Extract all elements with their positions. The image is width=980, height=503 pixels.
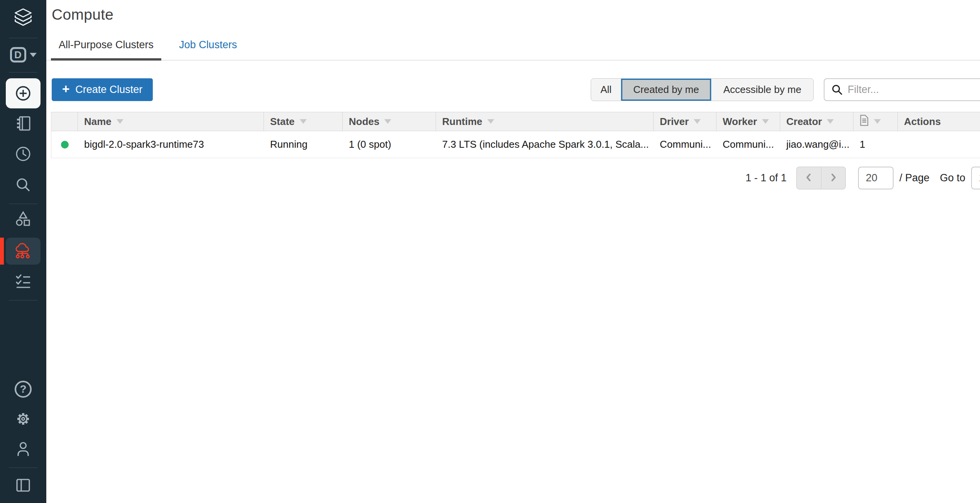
sidebar-item-data[interactable] [14,210,32,229]
tab-job-clusters[interactable]: Job Clusters [171,39,245,60]
header-actions: Actions [898,112,980,131]
header-name-label: Name [84,116,112,128]
gear-icon [14,410,32,428]
header-runtime[interactable]: Runtime [436,112,654,131]
sidebar-item-jobs[interactable] [14,272,32,290]
filter-input[interactable] [824,78,980,101]
page-size-input[interactable] [858,167,894,189]
sidebar: D [0,0,46,503]
header-driver-label: Driver [660,116,689,128]
sort-descending-icon [827,119,834,124]
cluster-status-cell [51,131,78,158]
sidebar-item-workspace-switcher[interactable]: D [10,47,37,62]
header-worker-label: Worker [723,116,757,128]
sidebar-item-compute[interactable] [6,238,41,265]
person-icon [14,440,32,458]
header-worker[interactable]: Worker [716,112,780,131]
clock-icon [14,145,32,163]
sort-descending-icon [694,119,701,124]
caret-down-icon [30,53,37,57]
sidebar-divider [9,72,37,73]
page-title: Compute [52,6,980,23]
split-panel-icon [14,476,32,495]
go-to-page-input[interactable] [971,167,980,189]
sidebar-divider [9,468,37,468]
checklist-icon [14,272,32,290]
cluster-runtime-cell: 7.3 LTS (includes Apache Spark 3.0.1, Sc… [436,131,654,158]
sidebar-item-settings[interactable] [14,410,32,428]
tab-all-purpose-clusters[interactable]: All-Purpose Clusters [51,39,161,60]
search-icon [831,84,843,98]
cluster-worker-cell: Communi... [716,131,780,158]
active-item-indicator [0,238,4,265]
sort-descending-icon [874,119,881,124]
sort-descending-icon [300,119,307,124]
cluster-state-cell: Running [264,131,343,158]
cluster-creator-cell: jiao.wang@i... [780,131,853,158]
cluster-filter-segmented-control: All Created by me Accessible by me [591,78,814,101]
toolbar: + Create Cluster All Created by me Acces… [46,78,980,101]
header-state[interactable]: State [264,112,343,131]
header-actions-label: Actions [904,116,941,128]
sidebar-collapse-toggle[interactable] [14,476,32,495]
sidebar-divider [9,300,37,300]
plus-icon: + [62,83,69,95]
cluster-driver-cell: Communi... [654,131,716,158]
chevron-right-icon [829,172,838,184]
sidebar-divider [9,38,37,38]
header-creator[interactable]: Creator [780,112,853,131]
pager-buttons [796,167,846,189]
chevron-left-icon [804,172,813,184]
sidebar-item-create[interactable] [6,78,41,108]
sidebar-item-search[interactable] [14,176,32,194]
header-nodes-label: Nodes [349,116,379,128]
next-page-button[interactable] [821,167,846,189]
header-name[interactable]: Name [78,112,264,131]
sort-descending-icon [384,119,391,124]
filter-created-by-me-button[interactable]: Created by me [621,79,711,101]
create-cluster-label: Create Cluster [75,84,142,96]
filter-all-button[interactable]: All [591,79,621,101]
sidebar-item-home[interactable] [12,8,34,27]
cluster-nodes-cell: 1 (0 spot) [343,131,436,158]
header-nodes[interactable]: Nodes [343,112,436,131]
search-icon [14,176,32,194]
toolbar-right: All Created by me Accessible by me [591,78,980,101]
pagination: 1 - 1 of 1 / Page Go to [46,167,980,189]
sort-descending-icon [117,119,123,124]
filter-accessible-by-me-button[interactable]: Accessible by me [711,79,813,101]
plus-circle-icon [14,84,32,103]
previous-page-button[interactable] [796,167,821,189]
per-page-label: / Page [899,172,929,184]
filter-box [824,78,980,101]
document-icon [860,115,869,129]
sidebar-item-workspace[interactable] [14,114,32,133]
status-running-icon [61,141,69,149]
help-icon: ? [15,381,32,398]
go-to-label: Go to [940,172,965,184]
cluster-name-cell[interactable]: bigdl-2.0-spark3-runtime73 [78,131,264,158]
header-creator-label: Creator [786,116,822,128]
sort-descending-icon [762,119,769,124]
sidebar-item-help[interactable]: ? [15,381,32,398]
main-content: Compute All-Purpose Clusters Job Cluster… [46,0,980,503]
cluster-actions-cell [898,131,980,158]
cluster-notebooks-cell: 1 [853,131,898,158]
table-header-row: Name State Nodes Runtime Driver Worker [51,112,980,131]
shapes-icon [14,210,32,229]
header-state-label: State [270,116,295,128]
sidebar-item-recents[interactable] [14,145,32,163]
workspace-initial-icon: D [10,47,26,62]
cluster-cloud-icon [14,242,32,260]
tab-bar: All-Purpose Clusters Job Clusters [46,39,980,61]
cluster-row[interactable]: bigdl-2.0-spark3-runtime73 Running 1 (0 … [51,131,980,158]
notebook-icon [14,114,32,133]
header-runtime-label: Runtime [442,116,482,128]
header-driver[interactable]: Driver [654,112,716,131]
sidebar-item-account[interactable] [14,440,32,458]
header-notebooks[interactable] [853,112,898,131]
databricks-logo-icon [12,8,34,27]
pagination-range: 1 - 1 of 1 [745,172,787,184]
header-status [51,112,78,131]
create-cluster-button[interactable]: + Create Cluster [52,78,153,101]
